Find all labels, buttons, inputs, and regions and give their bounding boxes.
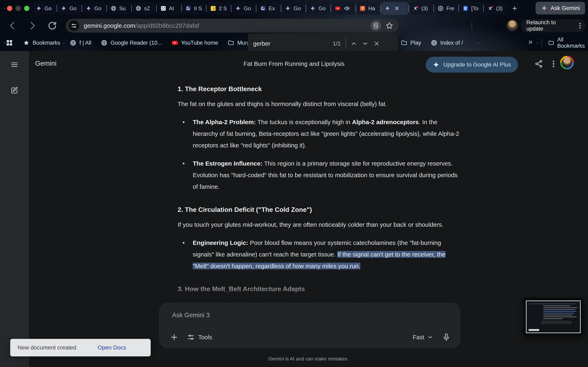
ask-gemini-chrome-button[interactable]: Ask Gemini: [536, 2, 585, 15]
svg-text:X: X: [414, 6, 417, 11]
close-icon: [373, 40, 380, 47]
browser-chrome: GoGoGoSusZAIII S2 SGoExGoGoYHa✕X(3)GFre[…: [0, 0, 588, 51]
browser-tab[interactable]: GFre: [434, 2, 458, 15]
tab-label: AI: [169, 5, 174, 12]
selected-text: If the signal can't get to the receiver,…: [193, 251, 445, 269]
kebab-menu-icon[interactable]: [549, 59, 558, 68]
browser-tab[interactable]: 2 S: [207, 2, 231, 15]
tune-icon: [187, 333, 195, 341]
close-window-button[interactable]: [7, 6, 12, 11]
address-bar[interactable]: gemini.google.com /app/d92b8bcc297dafaf: [66, 19, 398, 33]
minimize-window-button[interactable]: [16, 6, 21, 11]
window-search-icon[interactable]: [456, 20, 466, 31]
bookmark-label: Index of /: [440, 40, 463, 46]
browser-profile-avatar[interactable]: [507, 20, 518, 31]
browser-tab[interactable]: Go: [307, 2, 330, 15]
bookmarks-overflow-chevron[interactable]: »: [528, 38, 532, 46]
browser-tab[interactable]: [332, 2, 355, 15]
browser-tab[interactable]: Ex: [257, 2, 281, 15]
model-selector[interactable]: Fast: [413, 334, 434, 341]
new-tab-button[interactable]: [509, 2, 521, 14]
browser-tab[interactable]: AI: [157, 2, 181, 15]
site-info-icon: [71, 22, 77, 29]
gemini-icon: [235, 5, 241, 11]
browser-tab[interactable]: Go: [282, 2, 305, 15]
browser-tab[interactable]: X(3): [484, 2, 508, 15]
globe-icon: [111, 5, 117, 11]
relaunch-to-update-button[interactable]: Relaunch to update: [521, 19, 586, 32]
find-input[interactable]: [253, 40, 333, 47]
browser-tab[interactable]: Go: [232, 2, 256, 15]
site-info-chip[interactable]: [69, 20, 79, 31]
new-chat-icon[interactable]: [10, 86, 19, 95]
tab-close-icon[interactable]: ✕: [394, 5, 399, 12]
sparkle-icon: [433, 61, 440, 68]
tab-label: Go: [294, 5, 301, 12]
all-bookmarks-button[interactable]: All Bookmarks: [548, 35, 588, 51]
tab-label: Fre: [446, 5, 454, 12]
bookmark-item[interactable]: Google Reader (10...: [101, 39, 162, 46]
find-previous-button[interactable]: [348, 38, 360, 49]
bookmark-label: Play: [410, 40, 421, 46]
reload-icon[interactable]: [47, 20, 58, 31]
zoom-window-button[interactable]: [24, 6, 29, 11]
bookmark-item[interactable]: Index of /: [431, 39, 463, 46]
folder-icon: [401, 39, 407, 46]
prompt-placeholder: Ask Gemini 3: [172, 312, 210, 319]
hamburger-menu-icon[interactable]: [10, 60, 19, 69]
find-in-page-chip[interactable]: [370, 20, 381, 31]
account-avatar[interactable]: [560, 56, 574, 69]
browser-tab[interactable]: II S: [182, 2, 206, 15]
lens-extension-icon[interactable]: [419, 20, 430, 31]
find-in-page-bar: 1/1: [248, 33, 398, 51]
conversation-title: Fat Burn From Running and Lipolysis: [143, 60, 445, 67]
url-path: /app/d92b8bcc297dafaf: [135, 22, 199, 29]
browser-tab[interactable]: ✕: [381, 2, 408, 15]
browser-tab[interactable]: YHa: [356, 2, 380, 15]
chevron-up-icon: [350, 40, 357, 47]
browser-tab[interactable]: X(3): [410, 2, 433, 15]
back-icon[interactable]: [7, 20, 18, 31]
g-circle-icon: G: [438, 5, 444, 11]
forward-icon[interactable]: [26, 20, 38, 31]
browser-tab[interactable]: sZ: [132, 2, 156, 15]
browser-tab[interactable]: [To: [459, 2, 483, 15]
bookmark-item[interactable]: Bookmarks: [23, 39, 60, 46]
share-icon[interactable]: [534, 59, 544, 68]
toast-action-open-docs[interactable]: Open Docs: [98, 344, 126, 351]
add-attachment-icon[interactable]: [170, 333, 179, 342]
kebab-menu-icon[interactable]: [576, 22, 584, 30]
tab-media-list-icon[interactable]: [493, 20, 503, 31]
find-close-button[interactable]: [371, 38, 382, 49]
tab-label: Go: [244, 5, 251, 12]
chevron-down-icon: [427, 334, 434, 341]
download-icon[interactable]: [477, 20, 488, 31]
toast-close-icon[interactable]: [135, 343, 143, 352]
doc-search-icon: [372, 22, 379, 29]
prompt-composer[interactable]: Ask Gemini 3 Tools Fast: [159, 303, 461, 348]
browser-tab[interactable]: Su: [107, 2, 131, 15]
find-divider: [346, 38, 346, 49]
adblock-extension-icon[interactable]: [404, 20, 415, 31]
bookmark-star-icon[interactable]: [385, 21, 394, 30]
bookmark-item[interactable]: Play: [401, 39, 421, 46]
microphone-icon[interactable]: [442, 333, 451, 342]
find-next-button[interactable]: [360, 38, 371, 49]
bookmark-item[interactable]: YouTube home: [171, 39, 218, 46]
ai-disclaimer: Gemini is AI and can make mistakes.: [29, 356, 588, 362]
gemini-brand[interactable]: Gemini: [35, 59, 57, 67]
gemini-page: Gemini Fat Burn From Running and Lipolys…: [0, 51, 588, 367]
browser-tab[interactable]: Go: [58, 2, 81, 15]
pip-preview-window[interactable]: [523, 298, 584, 336]
apps-grid-icon[interactable]: [5, 39, 13, 47]
toolbar-divider: [472, 22, 472, 30]
browser-tab[interactable]: Go: [82, 2, 106, 15]
star-filled-icon: [23, 39, 30, 46]
extensions-puzzle-icon[interactable]: [434, 20, 445, 31]
section-heading: 2. The Circulation Deficit ("The Cold Zo…: [178, 204, 462, 216]
browser-tab[interactable]: Go: [33, 2, 56, 15]
upgrade-button[interactable]: Upgrade to Google AI Plus: [426, 57, 518, 73]
tools-button[interactable]: Tools: [187, 333, 212, 341]
bookmark-item[interactable]: f | All: [70, 39, 91, 46]
gemini-icon: [61, 5, 67, 11]
